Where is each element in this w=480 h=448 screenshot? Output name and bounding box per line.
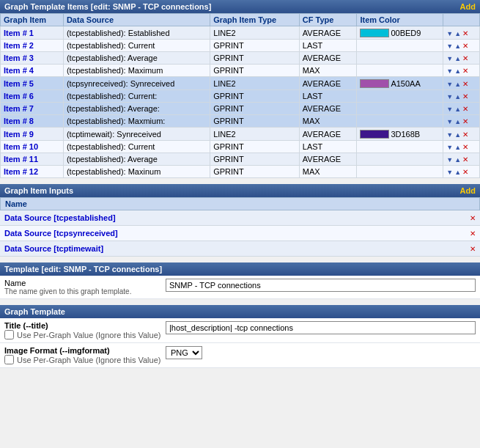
move-down-icon[interactable] bbox=[446, 29, 453, 37]
move-down-icon[interactable] bbox=[446, 66, 453, 75]
col-actions bbox=[443, 14, 480, 26]
graph-template-title-label-group: Title (--title) Use Per-Graph Value (Ign… bbox=[4, 321, 166, 339]
actions-cell bbox=[443, 52, 480, 65]
delete-icon[interactable] bbox=[462, 155, 468, 164]
delete-icon[interactable] bbox=[462, 54, 468, 62]
data-source-cell: (tcpestablished): Current bbox=[63, 40, 210, 52]
graph-template-imgformat-checkbox[interactable] bbox=[4, 355, 14, 364]
cf-type-cell: AVERAGE bbox=[299, 103, 357, 115]
graph-item-link[interactable]: Item # 2 bbox=[4, 41, 34, 50]
actions-cell bbox=[443, 153, 480, 166]
move-down-icon[interactable] bbox=[446, 130, 453, 139]
item-color-cell bbox=[357, 40, 443, 52]
delete-icon[interactable] bbox=[462, 66, 468, 75]
actions-cell bbox=[443, 141, 480, 153]
graph-template-title-row: Title (--title) Use Per-Graph Value (Ign… bbox=[0, 318, 480, 343]
col-graph-item-type: Graph Item Type bbox=[210, 14, 300, 26]
color-value: 00BED9 bbox=[391, 29, 421, 37]
delete-icon[interactable] bbox=[462, 117, 468, 125]
graph-item-link[interactable]: Item # 6 bbox=[4, 92, 34, 100]
input-delete-icon[interactable] bbox=[470, 228, 476, 238]
table-row: Item # 3(tcpestablished): AverageGPRINTA… bbox=[1, 52, 480, 65]
graph-item-link[interactable]: Item # 11 bbox=[4, 155, 38, 164]
graph-item-inputs-add[interactable]: Add bbox=[460, 186, 476, 195]
move-down-icon[interactable] bbox=[446, 155, 453, 164]
template-name-input[interactable] bbox=[166, 279, 476, 292]
move-down-icon[interactable] bbox=[446, 79, 453, 88]
move-down-icon[interactable] bbox=[446, 117, 453, 125]
actions-cell bbox=[443, 103, 480, 115]
move-up-icon[interactable] bbox=[454, 41, 461, 50]
input-item-link[interactable]: Data Source [tcptimewait] bbox=[4, 244, 103, 253]
graph-template-title-label: Title (--title) bbox=[4, 321, 166, 330]
graph-template-title-checkbox[interactable] bbox=[4, 330, 14, 339]
graph-template-imgformat-checkbox-label: Use Per-Graph Value (Ignore this Value) bbox=[17, 356, 160, 364]
data-source-cell: (tcpestablished): Maxinum bbox=[63, 166, 210, 178]
template-header: Template [edit: SNMP - TCP connections] bbox=[0, 262, 480, 276]
graph-item-link[interactable]: Item # 7 bbox=[4, 104, 34, 113]
action-icons bbox=[446, 130, 476, 139]
move-up-icon[interactable] bbox=[454, 167, 461, 176]
move-up-icon[interactable] bbox=[454, 54, 461, 62]
delete-icon[interactable] bbox=[462, 167, 468, 176]
move-up-icon[interactable] bbox=[454, 155, 461, 164]
graph-template-title-input[interactable] bbox=[166, 321, 476, 334]
input-item-link[interactable]: Data Source [tcpsynreceived] bbox=[4, 229, 118, 238]
graph-item-link[interactable]: Item # 3 bbox=[4, 54, 34, 62]
delete-icon[interactable] bbox=[462, 79, 468, 88]
item-color-cell bbox=[357, 65, 443, 77]
graph-item-inputs-section: Graph Item Inputs Add Name Data Source [… bbox=[0, 184, 480, 257]
input-delete-icon[interactable] bbox=[470, 213, 476, 223]
move-down-icon[interactable] bbox=[446, 54, 453, 62]
data-source-cell: (tcpestablished): Current bbox=[63, 141, 210, 153]
move-up-icon[interactable] bbox=[454, 117, 461, 125]
graph-template-imgformat-select[interactable]: PNG GIF SVG bbox=[166, 346, 202, 359]
actions-cell bbox=[443, 77, 480, 90]
graph-item-link[interactable]: Item # 9 bbox=[4, 130, 34, 139]
graph-item-link[interactable]: Item # 8 bbox=[4, 117, 34, 125]
move-down-icon[interactable] bbox=[446, 92, 453, 100]
table-row: Item # 11(tcpestablished): AverageGPRINT… bbox=[1, 153, 480, 166]
item-color-cell: 3D168B bbox=[357, 128, 443, 141]
move-down-icon[interactable] bbox=[446, 41, 453, 50]
graph-template-title-subrow: Use Per-Graph Value (Ignore this Value) bbox=[4, 330, 166, 339]
item-color-cell bbox=[357, 103, 443, 115]
move-up-icon[interactable] bbox=[454, 29, 461, 37]
graph-item-link[interactable]: Item # 12 bbox=[4, 167, 38, 176]
input-item-link[interactable]: Data Source [tcpestablished] bbox=[4, 213, 116, 222]
data-source-cell: (tcpestablished): Average: bbox=[63, 103, 210, 115]
template-title: Template [edit: SNMP - TCP connections] bbox=[4, 265, 162, 273]
move-up-icon[interactable] bbox=[454, 92, 461, 100]
cf-type-cell: MAX bbox=[299, 65, 357, 77]
move-down-icon[interactable] bbox=[446, 142, 453, 151]
graph-template-title-checkbox-label: Use Per-Graph Value (Ignore this Value) bbox=[17, 331, 160, 339]
move-up-icon[interactable] bbox=[454, 79, 461, 88]
move-down-icon[interactable] bbox=[446, 167, 453, 176]
delete-icon[interactable] bbox=[462, 92, 468, 100]
move-down-icon[interactable] bbox=[446, 104, 453, 113]
input-delete-icon[interactable] bbox=[470, 243, 476, 254]
table-row: Item # 2(tcpestablished): CurrentGPRINTL… bbox=[1, 40, 480, 52]
graph-item-link[interactable]: Item # 10 bbox=[4, 142, 38, 151]
cf-type-cell: AVERAGE bbox=[299, 52, 357, 65]
action-icons bbox=[446, 142, 476, 151]
move-up-icon[interactable] bbox=[454, 104, 461, 113]
delete-icon[interactable] bbox=[462, 104, 468, 113]
actions-cell bbox=[443, 40, 480, 52]
table-row: Item # 12(tcpestablished): MaxinumGPRINT… bbox=[1, 166, 480, 178]
delete-icon[interactable] bbox=[462, 41, 468, 50]
delete-icon[interactable] bbox=[462, 130, 468, 139]
move-up-icon[interactable] bbox=[454, 130, 461, 139]
action-icons bbox=[446, 66, 476, 75]
graph-item-link[interactable]: Item # 1 bbox=[4, 29, 34, 37]
graph-item-link[interactable]: Item # 5 bbox=[4, 79, 34, 88]
graph-item-type-cell: LINE2 bbox=[210, 128, 300, 141]
graph-template-items-add[interactable]: Add bbox=[460, 2, 476, 11]
graph-item-link[interactable]: Item # 4 bbox=[4, 66, 34, 75]
move-up-icon[interactable] bbox=[454, 66, 461, 75]
template-name-row: Name The name given to this graph templa… bbox=[0, 276, 480, 299]
cf-type-cell: AVERAGE bbox=[299, 26, 357, 40]
move-up-icon[interactable] bbox=[454, 142, 461, 151]
delete-icon[interactable] bbox=[462, 142, 468, 151]
delete-icon[interactable] bbox=[462, 29, 468, 37]
